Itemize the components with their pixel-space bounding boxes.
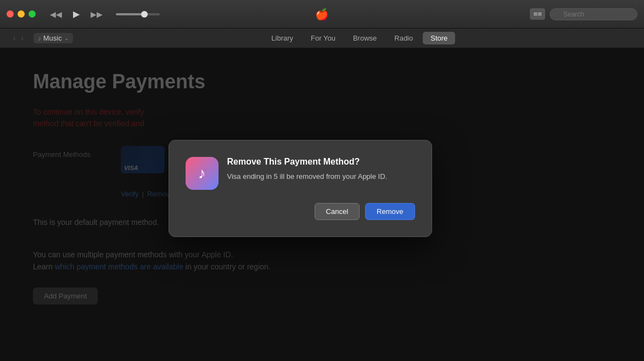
play-button[interactable]: ▶ [70,8,83,20]
nav-arrows: ‹ › [11,33,26,43]
back-arrow[interactable]: ‹ [11,33,18,43]
modal-title-area: Remove This Payment Method? Visa ending … [227,157,415,182]
volume-track [116,13,160,15]
source-selector[interactable]: ♪ Music ⌄ [33,33,73,43]
remove-confirm-button[interactable]: Remove [365,203,415,220]
modal-header: ♪ Remove This Payment Method? Visa endin… [186,157,415,190]
volume-slider[interactable] [116,13,160,15]
apple-logo: 🍎 [315,8,329,21]
modal-subtitle: Visa ending in 5 ill be removed from you… [227,171,415,182]
modal-overlay: ♪ Remove This Payment Method? Visa endin… [0,48,644,361]
music-note-icon: ♪ [38,35,41,42]
nav-bar: ‹ › ♪ Music ⌄ Library For You Browse Rad… [0,29,644,48]
traffic-lights [7,10,36,18]
volume-thumb [141,11,148,18]
search-area: ≡≡ 🔍 [530,8,637,20]
cancel-button[interactable]: Cancel [315,203,360,220]
tab-browse[interactable]: Browse [345,32,384,44]
tab-library[interactable]: Library [264,32,301,44]
player-controls: ◀◀ ▶ ▶▶ [47,8,160,20]
search-wrapper: 🔍 [550,8,637,20]
nav-tabs: Library For You Browse Radio Store [86,32,633,44]
search-input[interactable] [550,8,637,20]
app-icon: ♪ [186,157,219,190]
close-button[interactable] [7,10,14,18]
tab-for-you[interactable]: For You [303,32,343,44]
minimize-button[interactable] [18,10,25,18]
title-bar: ◀◀ ▶ ▶▶ 🍎 ≡≡ 🔍 [0,0,644,29]
forward-button[interactable]: ▶▶ [87,9,106,20]
music-note-icon: ♪ [198,165,206,182]
forward-arrow[interactable]: › [19,33,25,43]
remove-payment-modal: ♪ Remove This Payment Method? Visa endin… [169,140,432,237]
back-button[interactable]: ◀◀ [47,9,65,20]
modal-buttons: Cancel Remove [186,203,415,220]
chevron-icon: ⌄ [64,35,69,41]
modal-title: Remove This Payment Method? [227,157,415,167]
tab-radio[interactable]: Radio [387,32,421,44]
tab-store[interactable]: Store [423,32,455,44]
main-content: Manage Payments To continue on this devi… [0,48,644,361]
volume-fill [116,13,142,15]
maximize-button[interactable] [29,10,36,18]
source-label: Music [43,34,62,42]
list-view-button[interactable]: ≡≡ [530,8,545,20]
